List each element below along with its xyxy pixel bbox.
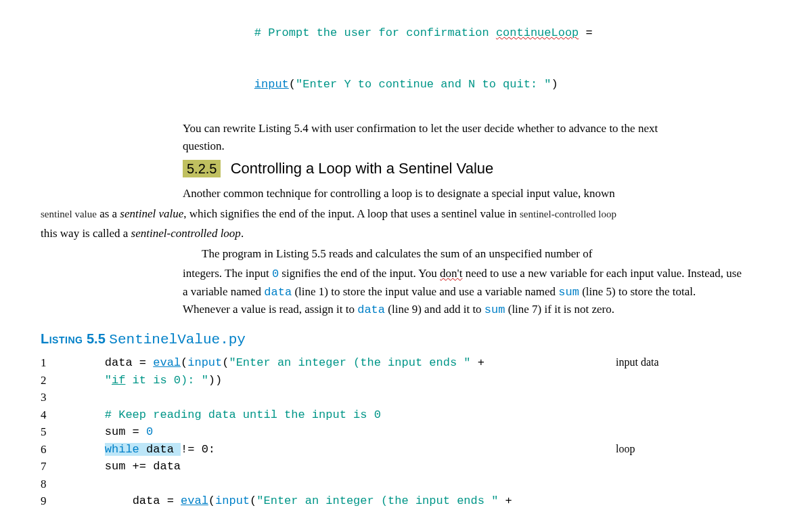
p1-ital1: sentinel value [120, 207, 183, 220]
lineno: 1 [41, 354, 77, 372]
anno-input-data: input data [616, 354, 771, 372]
eq-sign: = [579, 26, 592, 39]
lineno: 2 [41, 372, 77, 389]
p2-zero: 0 [272, 268, 279, 280]
program-paragraph-cont: integers. The input 0 signifies the end … [183, 265, 744, 319]
code-line-8: 8 [41, 475, 771, 493]
p1-end: . [241, 227, 244, 240]
p1-lead: Another common technique for controlling… [183, 187, 615, 200]
c2b: if [112, 374, 125, 387]
p1-mid3: this way is called a [41, 227, 131, 240]
c9f: "Enter an integer (the input ends " [256, 494, 498, 507]
p1-mid2: , which signifies the end of the input. … [183, 207, 520, 220]
code-line-9: 9 data = eval(input("Enter an integer (t… [41, 492, 771, 510]
margin-sentinel-loop: sentinel-controlled loop [520, 209, 616, 219]
p2b: integers. The input [183, 267, 272, 280]
margin-sentinel-value: sentinel value [41, 209, 97, 219]
lineno: 9 [41, 492, 77, 510]
p2e: (line 1) to store the input value and us… [292, 285, 558, 298]
c6c: != 0: [181, 443, 215, 456]
listing-number: 5.5 [87, 331, 106, 346]
program-paragraph: The program in Listing 5.5 reads and cal… [183, 245, 744, 263]
c1a: data = [105, 356, 153, 369]
p1-ital2: sentinel-controlled loop [131, 227, 241, 240]
p2-sum: sum [558, 286, 579, 299]
p2-sum2: sum [484, 303, 505, 316]
section-title: Controlling a Loop with a Sentinel Value [231, 160, 494, 177]
listing-heading: Listing 5.5 SentinelValue.py [41, 328, 771, 351]
listing-filename: SentinelValue.py [109, 332, 246, 347]
c5a: sum = [105, 425, 146, 438]
c2a: " [105, 374, 112, 387]
c1d: input [187, 356, 222, 369]
p1-mid1: as a [97, 207, 120, 220]
after-topcode-paragraph: You can rewrite Listing 5.4 with user co… [183, 120, 670, 154]
c6a: while [105, 443, 146, 456]
c1e: ( [222, 356, 229, 369]
anno-loop: loop [616, 441, 771, 459]
c2c: it is 0): " [125, 374, 208, 387]
lineno: 3 [41, 389, 77, 406]
code-line-3: 3 [41, 389, 771, 406]
c6b: data [146, 443, 181, 456]
c9b: eval [181, 494, 208, 507]
lineno: 5 [41, 423, 77, 441]
string-literal: "Enter Y to continue and N to quit: " [296, 78, 551, 91]
c7: sum += data [105, 460, 181, 473]
c9d: input [215, 494, 250, 507]
c1f: "Enter an integer (the input ends " [229, 356, 470, 369]
lineno: 7 [41, 458, 77, 475]
code-listing: 1 data = eval(input("Enter an integer (t… [41, 354, 771, 510]
p2c: signifies the end of the input. You [279, 267, 440, 280]
p2-data: data [264, 286, 292, 299]
p2a: The program in Listing 5.5 reads and cal… [202, 247, 592, 260]
c2d: )) [208, 374, 222, 387]
c9a: data = [133, 494, 181, 507]
continue-loop-var: continueLoop [496, 26, 579, 39]
input-func: input [254, 78, 289, 91]
code-line-6: 6 while data != 0: loop [41, 441, 771, 459]
section-heading: 5.2.5 Controlling a Loop with a Sentinel… [183, 157, 771, 179]
comment-text: # Prompt the user for confirmation [254, 26, 496, 39]
lineno: 8 [41, 475, 77, 493]
c9e: ( [250, 494, 256, 507]
code-line-4: 4 # Keep reading data until the input is… [41, 406, 771, 424]
p2g: (line 9) and add it to [385, 303, 484, 316]
section-number: 5.2.5 [183, 160, 221, 177]
sentinel-paragraph-line3: this way is called a sentinel-controlled… [41, 225, 744, 242]
top-code-snippet: # Prompt the user for confirmation conti… [227, 7, 771, 110]
listing-label: Listing [41, 331, 83, 346]
p2h: (line 7) if it is not zero. [505, 303, 614, 316]
p2-dont: don't [440, 267, 462, 280]
c9g: + [498, 494, 512, 507]
code-line-2: 2 "if it is 0): ")) [41, 372, 771, 389]
sentinel-paragraph-line2: sentinel value as a sentinel value, whic… [41, 205, 744, 223]
c5b: 0 [146, 425, 153, 438]
c1c: ( [181, 356, 187, 369]
sentinel-paragraph: Another common technique for controlling… [183, 185, 744, 203]
c4: # Keep reading data until the input is 0 [105, 408, 381, 421]
c1g: + [471, 356, 484, 369]
paren-close: ) [551, 78, 558, 91]
code-line-1: 1 data = eval(input("Enter an integer (t… [41, 354, 771, 372]
lineno: 6 [41, 441, 77, 459]
code-line-5: 5 sum = 0 [41, 423, 771, 441]
code-line-7: 7 sum += data [41, 458, 771, 475]
paren-open: ( [289, 78, 296, 91]
c9c: ( [208, 494, 215, 507]
lineno: 4 [41, 406, 77, 424]
p2-data2: data [357, 303, 385, 316]
c1b: eval [153, 356, 181, 369]
